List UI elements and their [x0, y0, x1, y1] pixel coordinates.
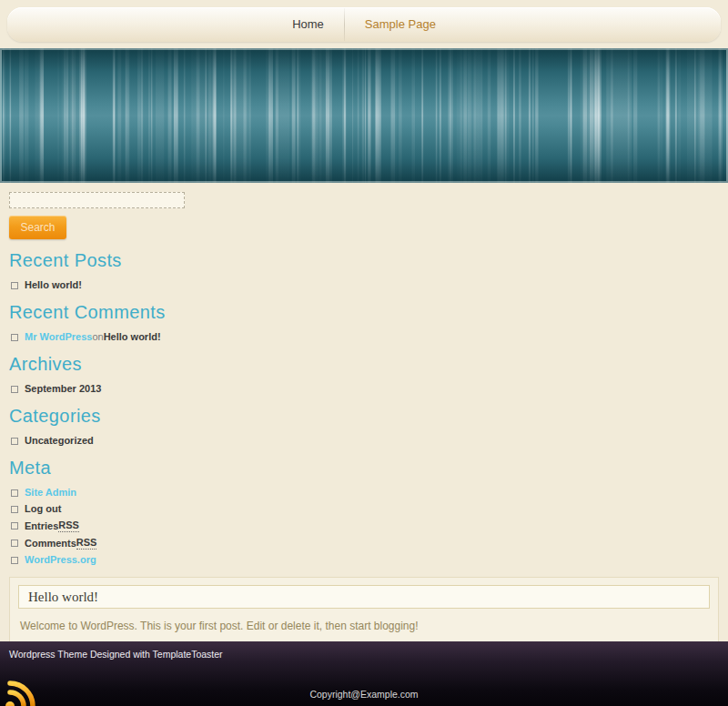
item-text: Uncategorized [25, 435, 94, 447]
item-link[interactable]: Mr WordPress [25, 331, 92, 343]
widget-title: Meta [9, 459, 719, 477]
square-bullet-icon [11, 438, 18, 445]
widget-title: Categories [9, 407, 719, 425]
item-text: RSS [58, 519, 79, 532]
item-text: Log out [25, 503, 61, 515]
square-bullet-icon [11, 334, 18, 341]
footer: Wordpress Theme Designed with TemplateTo… [0, 641, 728, 706]
list-item[interactable]: Entries RSS [11, 519, 719, 532]
widget-recent-comments: Recent Comments Mr WordPress on Hello wo… [9, 303, 719, 343]
item-link[interactable]: WordPress.org [25, 554, 96, 566]
widget-list: September 2013 [9, 383, 719, 395]
item-text: Comments [25, 538, 76, 550]
list-item[interactable]: Hello world! [11, 279, 719, 291]
widget-list: Mr WordPress on Hello world! [9, 331, 719, 343]
search-form: Search [9, 192, 719, 239]
list-item[interactable]: Comments RSS [11, 537, 719, 550]
widget-categories: Categories Uncategorized [9, 407, 719, 447]
square-bullet-icon [11, 489, 18, 497]
item-text: September 2013 [25, 383, 101, 395]
list-item[interactable]: Site Admin [11, 487, 719, 499]
square-bullet-icon [11, 540, 18, 547]
post-title[interactable]: Hello world! [18, 585, 710, 609]
widget-title: Recent Posts [9, 251, 719, 269]
banner-stripes-texture [0, 48, 728, 183]
header-banner-image [0, 48, 728, 183]
post-excerpt: Welcome to WordPress. This is your first… [18, 609, 710, 645]
item-text: Entries [25, 520, 58, 532]
widget-recent-posts: Recent Posts Hello world! [9, 251, 719, 291]
list-item[interactable]: September 2013 [11, 383, 719, 395]
square-bullet-icon [11, 506, 18, 513]
item-text: RSS [76, 537, 97, 550]
item-text: Hello world! [25, 279, 82, 291]
square-bullet-icon [11, 522, 18, 530]
square-bullet-icon [11, 282, 18, 289]
widget-meta: Meta Site AdminLog outEntries RSSComment… [9, 459, 719, 566]
post-box: Hello world! Welcome to WordPress. This … [9, 577, 719, 646]
widget-list: Hello world! [9, 279, 719, 291]
square-bullet-icon [11, 386, 18, 393]
sidebar: Search Recent Posts Hello world! Recent … [0, 183, 728, 566]
designer-note: Wordpress Theme Designed with TemplateTo… [0, 641, 728, 660]
widget-list: Uncategorized [9, 435, 719, 447]
list-item[interactable]: Mr WordPress on Hello world! [11, 331, 719, 343]
widget-title: Recent Comments [9, 303, 719, 321]
navbar: Home Sample Page [7, 7, 721, 42]
item-text: Hello world! [104, 331, 161, 343]
widget-title: Archives [9, 355, 719, 373]
item-link[interactable]: Site Admin [25, 487, 76, 499]
widget-area: Recent Posts Hello world! Recent Comment… [9, 251, 719, 566]
copyright-text: Copyright@Example.com [0, 689, 728, 700]
search-input[interactable] [9, 192, 185, 208]
top-navigation: Home Sample Page [0, 0, 728, 48]
widget-archives: Archives September 2013 [9, 355, 719, 395]
list-item[interactable]: Uncategorized [11, 435, 719, 447]
search-button[interactable]: Search [9, 216, 66, 239]
square-bullet-icon [11, 557, 18, 564]
nav-item-sample-page[interactable]: Sample Page [345, 7, 456, 42]
list-item[interactable]: Log out [11, 503, 719, 515]
item-text: on [92, 331, 103, 343]
list-item[interactable]: WordPress.org [11, 554, 719, 566]
nav-item-home[interactable]: Home [272, 7, 344, 42]
rss-icon[interactable] [2, 670, 44, 706]
widget-list: Site AdminLog outEntries RSSComments RSS… [9, 487, 719, 566]
